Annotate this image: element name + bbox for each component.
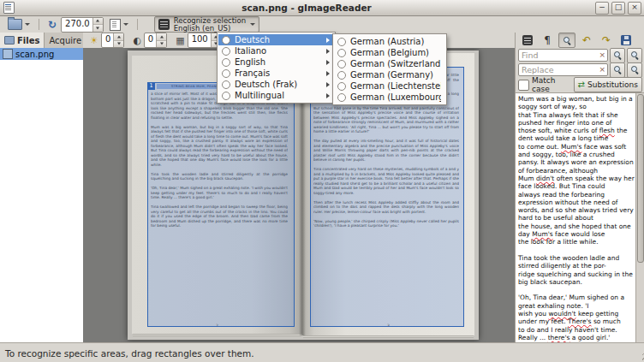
clear-replace-icon[interactable]: × bbox=[599, 65, 605, 74]
menu-item-label: German (Germany) bbox=[350, 70, 441, 80]
file-list[interactable]: scan.png bbox=[0, 48, 83, 342]
find-next-button[interactable] bbox=[627, 48, 642, 63]
radio-icon bbox=[222, 58, 230, 67]
radio-icon bbox=[222, 92, 230, 100]
submenu-item-german-switzerland-[interactable]: German (Switzerland) bbox=[334, 58, 445, 69]
menu-item-deutsch[interactable]: Deutsch bbox=[218, 34, 334, 45]
menu-item-label: Multilingual bbox=[235, 91, 322, 100]
rotation-value[interactable]: 270.0 bbox=[62, 18, 92, 32]
find-replace-button[interactable] bbox=[558, 33, 575, 48]
tab-files[interactable]: Files bbox=[0, 33, 45, 48]
radio-icon bbox=[222, 36, 230, 45]
output-text[interactable]: Mum was a big woman, but big in a soggy … bbox=[516, 93, 636, 343]
language-submenu: German (Austria)German (Belgium)German (… bbox=[332, 33, 447, 105]
open-button[interactable] bbox=[3, 16, 34, 33]
files-icon bbox=[4, 36, 15, 45]
spin-up-icon[interactable] bbox=[157, 33, 166, 40]
submenu-item-german-belgium-[interactable]: German (Belgium) bbox=[334, 47, 445, 58]
open-folder-icon bbox=[8, 19, 22, 30]
maximize-button[interactable]: □ bbox=[611, 2, 625, 15]
rotate-mode-button[interactable] bbox=[105, 16, 133, 33]
match-case-checkbox[interactable] bbox=[518, 80, 529, 91]
substitutions-icon: ⇄ bbox=[578, 80, 585, 89]
menu-item-fran-ais[interactable]: Français bbox=[218, 68, 334, 79]
redo-button[interactable]: ↷ bbox=[598, 33, 615, 48]
rotate-left-button[interactable]: ↻ bbox=[44, 16, 61, 33]
radio-icon bbox=[337, 93, 346, 102]
replace-all-button[interactable] bbox=[627, 62, 642, 78]
output-scrollbar[interactable] bbox=[635, 93, 644, 343]
submenu-item-german-austria-[interactable]: German (Austria) bbox=[334, 36, 445, 47]
radio-icon bbox=[337, 38, 346, 46]
search-options-row: Match case ⇄ Substitutions bbox=[516, 77, 644, 92]
submenu-arrow-icon bbox=[326, 82, 330, 87]
menu-item-multilingual[interactable]: Multilingual bbox=[218, 90, 334, 101]
submenu-item-german-luxembourg-[interactable]: German (Luxembourg) bbox=[334, 92, 445, 103]
undo-button[interactable]: ↶ bbox=[578, 33, 595, 48]
output-scrollbar-thumb[interactable] bbox=[637, 94, 644, 263]
paragraph-icon: ¶ bbox=[544, 35, 551, 45]
search-icon bbox=[613, 65, 623, 74]
tab-files-label: Files bbox=[17, 36, 39, 45]
brightness-icon: ☀ bbox=[90, 35, 98, 46]
redo-icon: ↷ bbox=[602, 35, 611, 45]
recognize-button[interactable]: Recognize selection English (en_US) bbox=[154, 16, 259, 33]
save-output-button[interactable] bbox=[617, 33, 635, 48]
submenu-arrow-icon bbox=[326, 38, 330, 43]
menu-item-english[interactable]: English bbox=[218, 56, 334, 68]
find-previous-button[interactable] bbox=[610, 48, 625, 63]
search-icon bbox=[613, 50, 623, 60]
file-name: scan.png bbox=[15, 50, 54, 59]
clear-find-icon[interactable]: × bbox=[599, 50, 605, 60]
substitutions-button[interactable]: ⇄ Substitutions bbox=[574, 77, 642, 92]
spin-down-icon[interactable] bbox=[114, 40, 123, 48]
rotation-steppers[interactable] bbox=[92, 18, 103, 32]
menu-item-label: Deutsch bbox=[235, 35, 322, 45]
submenu-item-german-liechtenstein-[interactable]: German (Liechtenstein) bbox=[334, 80, 445, 92]
menu-item-label: German (Switzerland) bbox=[350, 59, 441, 68]
file-list-item[interactable]: scan.png bbox=[0, 48, 83, 60]
contrast-value[interactable]: 0 bbox=[145, 33, 156, 47]
match-case-option[interactable]: Match case bbox=[518, 76, 574, 93]
pages-icon bbox=[110, 19, 121, 31]
titlebar[interactable]: scan.png - gImageReader − □ × bbox=[0, 0, 644, 16]
menu-item-label: German (Luxembourg) bbox=[350, 92, 441, 102]
substitutions-label: Substitutions bbox=[587, 80, 638, 89]
spin-down-icon[interactable] bbox=[93, 24, 103, 32]
minimize-button[interactable]: − bbox=[595, 2, 609, 15]
spin-down-icon[interactable] bbox=[157, 40, 166, 48]
menu-item-label: German (Austria) bbox=[350, 37, 441, 46]
insert-mode-button[interactable] bbox=[519, 33, 536, 48]
menu-item-deutsch-frak-[interactable]: Deutsch (Frak) bbox=[218, 79, 334, 90]
resolution-icon: ▦ bbox=[176, 35, 184, 46]
contrast-icon: ◐ bbox=[133, 35, 141, 46]
menu-item-italiano[interactable]: Italiano bbox=[218, 45, 334, 56]
brightness-control[interactable]: ☀ 0 bbox=[90, 33, 124, 48]
resolution-value[interactable]: 100 bbox=[188, 33, 211, 47]
replace-button[interactable] bbox=[610, 62, 625, 78]
submenu-item-german-germany-[interactable]: German (Germany) bbox=[334, 69, 445, 80]
menu-item-label: English bbox=[235, 57, 322, 67]
tab-acquire[interactable]: Acquire bbox=[45, 33, 86, 48]
spin-up-icon[interactable] bbox=[93, 18, 103, 25]
submenu-arrow-icon bbox=[326, 93, 330, 98]
menu-item-label: German (Liechtenstein) bbox=[350, 81, 441, 91]
strip-linebreaks-button[interactable]: ¶ bbox=[539, 33, 556, 48]
resolution-control[interactable]: ▦ 100 bbox=[176, 33, 222, 48]
spin-up-icon[interactable] bbox=[114, 33, 123, 40]
output-text-area[interactable]: Mum was a big woman, but big in a soggy … bbox=[516, 92, 644, 343]
language-menu: DeutschItalianoEnglishFrançaisDeutsch (F… bbox=[217, 32, 336, 104]
replace-input[interactable] bbox=[518, 63, 608, 76]
radio-icon bbox=[222, 80, 230, 89]
selection-region-2[interactable]: 2 bbox=[310, 67, 464, 327]
rotation-spinbox[interactable]: 270.0 bbox=[61, 17, 104, 33]
close-button[interactable]: × bbox=[628, 2, 641, 15]
contrast-control[interactable]: ◐ 0 bbox=[133, 33, 167, 48]
rotate-icon: ↻ bbox=[48, 20, 57, 30]
output-toolbar: ¶ ↶ ↷ bbox=[516, 33, 644, 48]
brightness-value[interactable]: 0 bbox=[102, 33, 113, 47]
chevron-down-icon bbox=[250, 23, 255, 26]
find-input[interactable] bbox=[518, 49, 608, 62]
selection-region-1[interactable]: 1 bbox=[147, 82, 295, 327]
menu-item-label: Français bbox=[235, 68, 322, 78]
